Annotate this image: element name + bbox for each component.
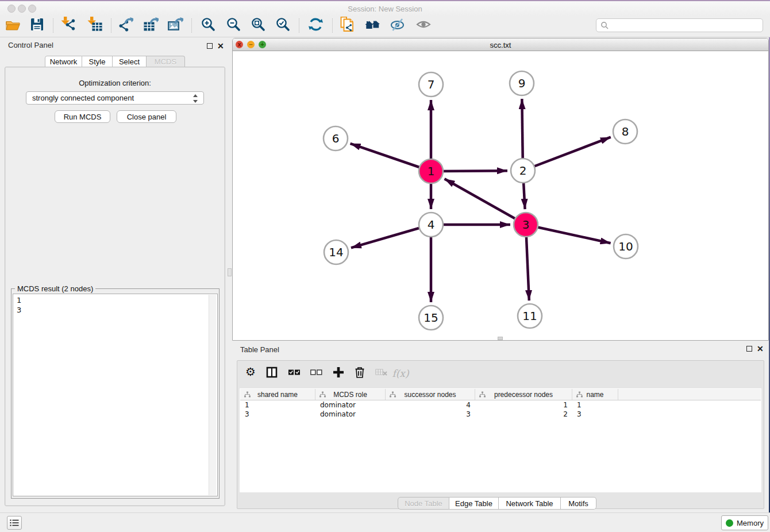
svg-text:3: 3: [522, 218, 530, 232]
export-table-button[interactable]: [141, 17, 160, 34]
column-header-MCDS-role[interactable]: MCDS role: [315, 389, 386, 400]
network-node-10[interactable]: 10: [614, 234, 638, 259]
cell: 4: [386, 400, 475, 410]
network-node-4[interactable]: 4: [419, 213, 443, 237]
optimization-criterion-select[interactable]: strongly connected component: [26, 91, 204, 105]
control-panel-tab-network[interactable]: Network: [45, 56, 82, 68]
show-panel-button[interactable]: [414, 17, 433, 34]
network-node-9[interactable]: 9: [510, 71, 534, 95]
zoom-in-button[interactable]: [198, 17, 218, 34]
open-session-icon: [5, 17, 21, 34]
function-builder-button[interactable]: f(x): [394, 367, 407, 380]
export-image-button[interactable]: [165, 17, 185, 34]
cell: 3: [386, 410, 475, 419]
toolbar-separator: [299, 18, 299, 33]
hide-graphics-details-button[interactable]: [388, 17, 407, 34]
cell: 1: [240, 400, 315, 410]
import-table-file-icon: [87, 17, 103, 34]
deselect-all-button[interactable]: [309, 367, 323, 380]
table-tab-motifs[interactable]: Motifs: [561, 497, 596, 510]
network-node-14[interactable]: 14: [324, 240, 348, 264]
table-panel-title: Table Panel: [240, 345, 279, 354]
status-bar: Memory: [0, 512, 770, 532]
cell: 1: [572, 400, 618, 410]
show-columns-button[interactable]: [265, 367, 279, 380]
control-panel-float-button[interactable]: [207, 43, 213, 49]
delete-rows-button[interactable]: [353, 367, 367, 380]
control-panel-close-button[interactable]: ✕: [217, 43, 224, 49]
network-window-title: scc.txt: [233, 41, 768, 49]
column-header-name[interactable]: name: [572, 389, 618, 400]
new-network-from-selection-button[interactable]: [338, 17, 357, 34]
zoom-selected-icon: [275, 17, 291, 34]
run-mcds-button[interactable]: Run MCDS: [55, 110, 110, 123]
column-header-predecessor-nodes[interactable]: predecessor nodes: [475, 389, 572, 400]
column-header-shared-name[interactable]: shared name: [240, 389, 315, 400]
optimization-criterion-label: Optimization criterion:: [0, 79, 230, 87]
table-settings-icon: ⚙: [244, 366, 257, 381]
sort-icon: [572, 389, 585, 400]
network-window-titlebar[interactable]: x – + scc.txt: [233, 38, 768, 51]
network-node-15[interactable]: 15: [419, 306, 443, 330]
control-panel-tab-mcds[interactable]: MCDS: [147, 56, 185, 68]
cell: 2: [475, 410, 572, 419]
show-columns-icon: [265, 366, 278, 381]
network-node-7[interactable]: 7: [419, 72, 443, 97]
add-row-button[interactable]: [332, 367, 345, 380]
refresh-layout-button[interactable]: [306, 17, 325, 34]
first-neighbors-icon: [365, 17, 380, 34]
network-node-11[interactable]: 11: [518, 304, 542, 328]
delete-table-button[interactable]: [375, 367, 388, 380]
control-panel-tab-select[interactable]: Select: [113, 56, 147, 68]
panel-splitter-handle[interactable]: [228, 268, 232, 276]
search-input[interactable]: [596, 18, 763, 32]
sort-icon: [240, 389, 253, 400]
control-panel-tab-style[interactable]: Style: [82, 56, 113, 68]
column-header-successor-nodes[interactable]: successor nodes: [386, 389, 475, 400]
network-edge-3-10[interactable]: [526, 225, 611, 243]
splitter-handle[interactable]: [498, 337, 503, 340]
mcds-result-scrollbar[interactable]: [209, 295, 216, 495]
table-settings-button[interactable]: ⚙: [244, 367, 257, 380]
zoom-selected-button[interactable]: [273, 17, 292, 34]
select-all-check-button[interactable]: [287, 367, 301, 380]
table-tab-network-table[interactable]: Network Table: [499, 497, 561, 510]
network-edge-2-8[interactable]: [523, 137, 611, 171]
network-node-6[interactable]: 6: [324, 126, 348, 151]
import-table-file-button[interactable]: [85, 17, 105, 34]
table-panel-close-button[interactable]: ✕: [757, 345, 764, 352]
zoom-fit-button[interactable]: [248, 17, 268, 34]
table-tab-node-table[interactable]: Node Table: [398, 497, 449, 510]
memory-button[interactable]: Memory: [721, 515, 768, 530]
network-canvas[interactable]: 1234678910111415: [233, 52, 763, 340]
network-node-1[interactable]: 1: [419, 159, 443, 183]
zoom-out-button[interactable]: [224, 17, 243, 34]
table-row[interactable]: 1dominator411: [240, 400, 761, 410]
zoom-fit-icon: [251, 17, 266, 34]
table-row[interactable]: 3dominator323: [240, 410, 761, 419]
network-node-3[interactable]: 3: [514, 213, 538, 237]
open-session-button[interactable]: [3, 17, 22, 34]
mcds-result-textarea[interactable]: 1 3: [13, 294, 218, 496]
close-panel-button[interactable]: Close panel: [117, 110, 176, 123]
app-titlebar: Session: New Session: [0, 1, 770, 16]
network-node-8[interactable]: 8: [613, 119, 637, 144]
table-tab-edge-table[interactable]: Edge Table: [449, 497, 499, 510]
first-neighbors-button[interactable]: [363, 17, 382, 34]
svg-text:7: 7: [428, 78, 435, 91]
network-view-window: x – + scc.txt 1234678910111415: [232, 38, 769, 341]
sort-icon: [475, 389, 488, 400]
network-edge-3-1[interactable]: [445, 179, 526, 225]
toolbar-separator: [53, 18, 53, 33]
import-network-file-button[interactable]: [59, 17, 78, 34]
cell: dominator: [315, 400, 386, 410]
cell: 3: [572, 410, 618, 419]
svg-text:11: 11: [522, 309, 537, 323]
task-history-button[interactable]: [7, 516, 22, 530]
svg-text:14: 14: [329, 245, 343, 259]
network-node-2[interactable]: 2: [511, 159, 535, 183]
export-network-button[interactable]: [116, 17, 135, 34]
save-session-button[interactable]: [27, 17, 47, 34]
table-panel-float-button[interactable]: [746, 346, 752, 352]
sort-icon: [315, 389, 328, 400]
